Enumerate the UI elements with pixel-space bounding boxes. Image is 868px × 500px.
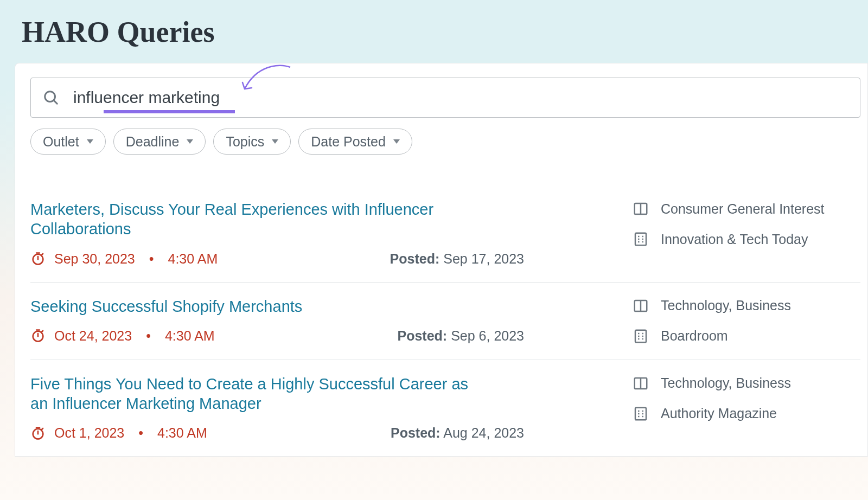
separator-dot: • [149, 251, 154, 267]
outlet: Boardroom [633, 328, 860, 344]
filter-label: Deadline [126, 134, 180, 150]
book-icon [633, 201, 649, 217]
separator-dot: • [138, 425, 143, 441]
deadline-date: Sep 30, 2023 [54, 251, 135, 267]
result-title-link[interactable]: Marketers, Discuss Your Real Experiences… [30, 200, 475, 239]
deadline-time: 4:30 AM [168, 251, 218, 267]
result-meta: Sep 30, 2023 • 4:30 AM Posted: Sep 17, 2… [30, 251, 622, 267]
posted-date: Sep 6, 2023 [451, 328, 524, 343]
chevron-down-icon [187, 139, 193, 144]
deadline: Oct 1, 2023 • 4:30 AM [30, 425, 207, 441]
category-label: Consumer General Interest [661, 201, 825, 217]
result-side: Technology, Business Boardroom [633, 297, 860, 344]
deadline: Sep 30, 2023 • 4:30 AM [30, 251, 218, 267]
filter-label: Topics [226, 134, 264, 150]
deadline-date: Oct 24, 2023 [54, 328, 132, 344]
book-icon [633, 298, 649, 314]
category: Technology, Business [633, 375, 860, 392]
result-main: Five Things You Need to Create a Highly … [30, 374, 633, 441]
timer-icon [30, 426, 46, 441]
deadline-date: Oct 1, 2023 [54, 425, 124, 441]
result-main: Marketers, Discuss Your Real Experiences… [30, 200, 633, 267]
outlet-label: Boardroom [661, 328, 728, 344]
results-list: Marketers, Discuss Your Real Experiences… [30, 185, 860, 456]
result-row: Seeking Successful Shopify Merchants Oct… [30, 282, 860, 360]
category: Technology, Business [633, 298, 860, 314]
search-input[interactable] [73, 88, 848, 107]
chevron-down-icon [272, 139, 278, 144]
posted-date: Sep 17, 2023 [443, 251, 524, 266]
posted: Posted: Aug 24, 2023 [391, 425, 524, 441]
timer-icon [30, 328, 46, 343]
posted: Posted: Sep 17, 2023 [390, 251, 524, 267]
building-icon [633, 406, 649, 422]
posted-label: Posted: [390, 251, 440, 266]
posted-label: Posted: [391, 425, 441, 440]
page-title: HARO Queries [0, 0, 868, 49]
svg-line-1 [54, 100, 57, 104]
category: Consumer General Interest [633, 201, 860, 217]
building-icon [633, 231, 649, 247]
result-row: Five Things You Need to Create a Highly … [30, 360, 860, 457]
category-label: Technology, Business [661, 298, 791, 313]
result-side: Technology, Business Authority Magazine [633, 374, 860, 441]
result-meta: Oct 1, 2023 • 4:30 AM Posted: Aug 24, 20… [30, 425, 622, 441]
result-row: Marketers, Discuss Your Real Experiences… [30, 185, 860, 282]
result-title-link[interactable]: Seeking Successful Shopify Merchants [30, 297, 475, 316]
filter-deadline[interactable]: Deadline [113, 129, 206, 155]
filter-outlet[interactable]: Outlet [30, 129, 106, 155]
result-side: Consumer General Interest Innovation & T… [633, 200, 860, 267]
search-icon [43, 89, 59, 106]
outlet-label: Authority Magazine [661, 406, 777, 421]
result-main: Seeking Successful Shopify Merchants Oct… [30, 297, 633, 344]
search-bar [30, 78, 860, 118]
outlet: Innovation & Tech Today [633, 231, 860, 247]
filter-label: Outlet [43, 134, 79, 150]
filter-date-posted[interactable]: Date Posted [298, 129, 412, 155]
outlet-label: Innovation & Tech Today [661, 232, 808, 247]
result-title-link[interactable]: Five Things You Need to Create a Highly … [30, 374, 475, 414]
outlet: Authority Magazine [633, 406, 860, 422]
chevron-down-icon [87, 139, 93, 144]
deadline-time: 4:30 AM [157, 425, 207, 441]
book-icon [633, 375, 649, 392]
filter-topics[interactable]: Topics [213, 129, 291, 155]
chevron-down-icon [393, 139, 400, 144]
posted-label: Posted: [398, 328, 448, 343]
deadline-time: 4:30 AM [165, 328, 215, 344]
category-label: Technology, Business [661, 375, 791, 391]
result-meta: Oct 24, 2023 • 4:30 AM Posted: Sep 6, 20… [30, 328, 622, 344]
annotation-underline [104, 110, 235, 113]
posted-date: Aug 24, 2023 [443, 425, 524, 440]
filter-label: Date Posted [311, 134, 386, 150]
building-icon [633, 328, 649, 344]
filter-bar: Outlet Deadline Topics Date Posted [30, 129, 867, 155]
deadline: Oct 24, 2023 • 4:30 AM [30, 328, 215, 344]
separator-dot: • [146, 328, 151, 344]
timer-icon [30, 251, 46, 266]
results-card: Outlet Deadline Topics Date Posted Marke… [15, 63, 868, 457]
posted: Posted: Sep 6, 2023 [398, 328, 524, 344]
